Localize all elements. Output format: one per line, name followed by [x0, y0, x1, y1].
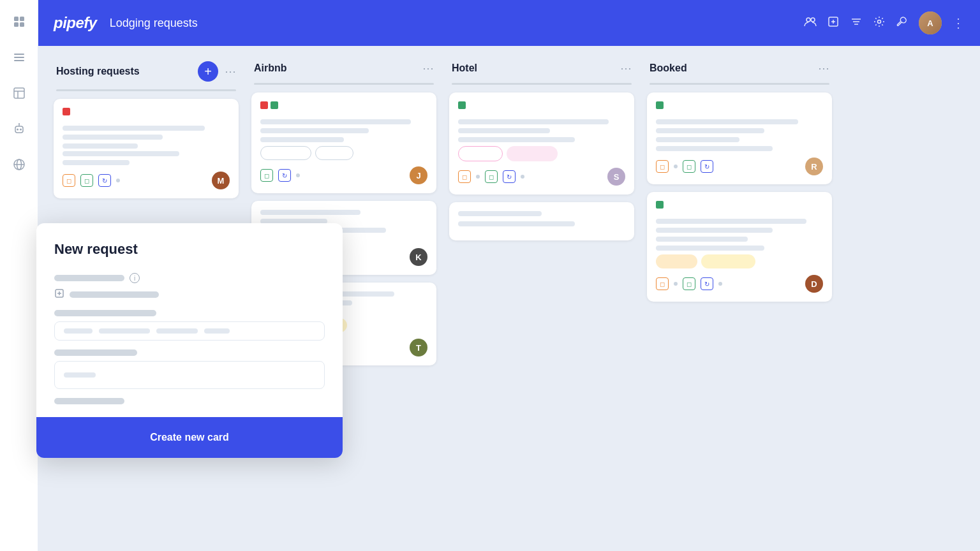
sidebar-item-table[interactable] [8, 82, 31, 105]
card-dot-2 [718, 282, 722, 286]
field-input-1[interactable] [54, 321, 325, 341]
users-icon[interactable] [804, 15, 817, 31]
card-footer: ◻ ◻ ↻ M [63, 172, 230, 189]
badge-outline [260, 146, 311, 160]
card-icon-3: ↻ [98, 174, 111, 187]
main-area: pipefy Lodging requests [38, 0, 980, 551]
badge-pink-fill [507, 146, 558, 161]
sidebar-item-grid[interactable] [8, 10, 31, 33]
import-icon[interactable] [827, 15, 840, 31]
column-line-hosting [56, 89, 236, 91]
card-line [656, 137, 739, 142]
field-attachment-row [54, 288, 325, 301]
card-tags [458, 101, 625, 114]
card-avatar: J [410, 166, 427, 184]
card-avatar: S [607, 168, 625, 186]
card-booked-2[interactable]: ◻ ◻ ↻ D [647, 192, 832, 302]
svg-rect-2 [14, 22, 19, 27]
card-badges [260, 146, 427, 160]
sidebar [0, 0, 38, 551]
card-line [458, 211, 542, 216]
attachment-icon [54, 288, 64, 301]
card-badges [458, 146, 625, 161]
card-booked-1[interactable]: ◻ ◻ ↻ R [647, 92, 832, 184]
column-title-airbnb: Airbnb [254, 62, 416, 74]
card-icon-1: ◻ [63, 174, 75, 187]
svg-point-14 [19, 123, 20, 124]
ph-item-short [64, 372, 96, 378]
card-icon-2: ◻ [485, 170, 498, 183]
card-line [63, 135, 163, 140]
tag-red [260, 101, 268, 109]
card-line [260, 210, 360, 215]
tag-green [656, 101, 664, 109]
header-more-icon[interactable]: ⋮ [952, 15, 965, 31]
modal-title: New request [54, 241, 325, 258]
card-avatar: M [212, 172, 230, 189]
column-header-airbnb: Airbnb ⋯ [251, 61, 436, 75]
card-line [63, 151, 179, 156]
column-menu-booked[interactable]: ⋯ [818, 61, 829, 75]
ph-item [64, 328, 93, 334]
svg-rect-4 [14, 54, 24, 55]
card-badges [656, 254, 823, 268]
column-line-booked [650, 83, 829, 85]
badge-fill [315, 146, 353, 160]
card-line [656, 237, 748, 242]
card-line [458, 221, 575, 226]
column-menu-hotel[interactable]: ⋯ [620, 61, 632, 75]
card-hotel-1[interactable]: ◻ ◻ ↻ S [449, 92, 634, 195]
card-icon-1: ◻ [458, 170, 471, 183]
card-tags [656, 101, 823, 114]
card-line [63, 160, 130, 165]
svg-rect-6 [14, 60, 24, 61]
card-line [656, 228, 773, 233]
filter-icon[interactable] [850, 15, 863, 31]
logo-text: pipefy [54, 14, 97, 31]
card-icon-3: ↻ [701, 160, 713, 173]
sidebar-item-globe[interactable] [8, 153, 31, 176]
ph-item [156, 328, 198, 334]
field-section-label-2 [54, 310, 156, 316]
field-label-1 [54, 275, 124, 281]
column-header-hosting: Hosting requests + ⋯ [54, 61, 239, 82]
wrench-icon[interactable] [896, 15, 909, 31]
input-placeholder-1 [64, 328, 230, 334]
card-icon-2: ◻ [80, 174, 93, 187]
sidebar-item-list[interactable] [8, 46, 31, 69]
card-hotel-2[interactable] [449, 202, 634, 240]
card-avatar: K [410, 248, 427, 266]
card-line [656, 219, 806, 224]
card-airbnb-1[interactable]: ◻ ↻ J [251, 92, 436, 193]
badge-orange [656, 254, 697, 268]
svg-point-12 [20, 129, 22, 131]
sidebar-item-bot[interactable] [8, 117, 31, 140]
tag-green [271, 101, 278, 109]
card-avatar: R [805, 158, 823, 175]
modal-body: New request i [38, 223, 343, 417]
user-avatar[interactable]: A [919, 11, 942, 34]
create-new-card-button[interactable]: Create new card [150, 432, 229, 443]
card-line [260, 128, 369, 133]
card-line [656, 119, 798, 124]
card-footer: ◻ ◻ ↻ R [656, 158, 823, 175]
card-hosting-1[interactable]: ◻ ◻ ↻ M [54, 99, 239, 198]
card-line [656, 146, 773, 151]
svg-point-18 [806, 18, 810, 22]
card-line [458, 128, 550, 133]
modal-footer[interactable]: Create new card [38, 417, 343, 458]
column-line-hotel [452, 83, 632, 85]
card-icon-2: ◻ [683, 160, 695, 173]
card-line [63, 143, 138, 149]
card-dot [116, 179, 120, 182]
card-tags [63, 108, 230, 121]
column-menu-airbnb[interactable]: ⋯ [422, 61, 434, 75]
ph-item [204, 328, 230, 334]
page-title: Lodging requests [110, 17, 198, 30]
column-menu-hosting[interactable]: ⋯ [225, 64, 236, 78]
info-icon: i [130, 273, 140, 283]
new-request-modal: New request i [38, 223, 343, 458]
field-input-2[interactable] [54, 361, 325, 389]
add-card-hosting-button[interactable]: + [198, 61, 218, 82]
settings-icon[interactable] [873, 15, 886, 31]
